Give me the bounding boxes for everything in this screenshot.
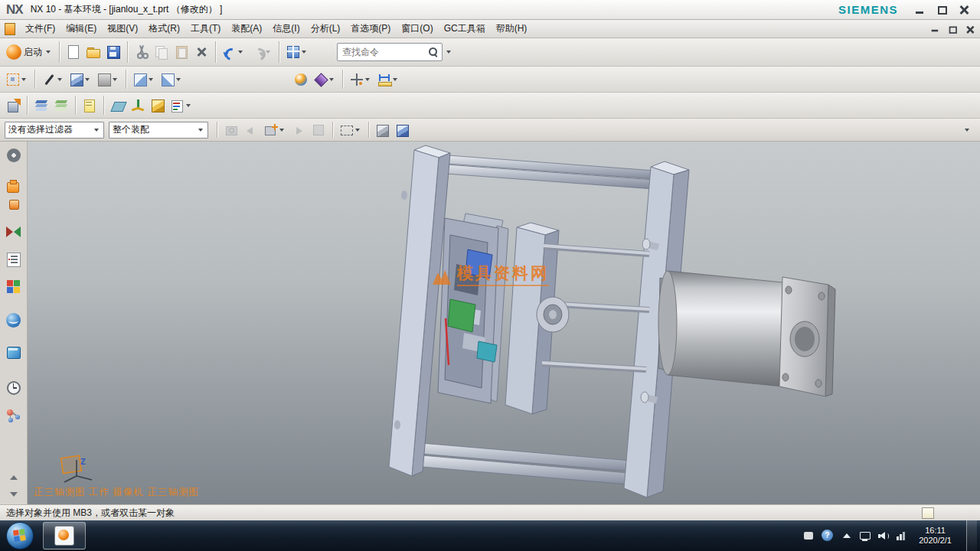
datum-plane-button[interactable] <box>109 95 127 116</box>
measure-button[interactable] <box>375 69 401 90</box>
history-list-icon[interactable] <box>6 252 21 267</box>
view-orient-front-button[interactable] <box>131 69 157 90</box>
palette-grid-icon[interactable] <box>6 279 21 295</box>
status-note-icon[interactable] <box>922 507 934 519</box>
window-layout-button[interactable] <box>284 41 310 63</box>
role-advanced-icon[interactable] <box>6 180 21 195</box>
window-maximize-button[interactable] <box>937 5 947 15</box>
paste-clipboard-icon <box>175 45 188 59</box>
rectangle-select-button[interactable] <box>338 119 364 141</box>
start-orb-button[interactable] <box>6 522 34 549</box>
display-tray-icon[interactable] <box>859 530 871 541</box>
annotation-icon <box>171 99 185 112</box>
toolbar-separator <box>342 70 343 89</box>
sidebar-scroll-icons[interactable] <box>6 474 21 500</box>
open-button[interactable] <box>84 41 103 63</box>
redo-button[interactable] <box>248 41 274 63</box>
menu-window[interactable]: 窗口(O) <box>396 20 438 37</box>
shaded-view-button[interactable] <box>95 69 121 90</box>
work-part-cube-button[interactable] <box>394 119 412 141</box>
toolbar-overflow-caret-icon[interactable] <box>965 129 969 132</box>
highlight-assembly-button[interactable] <box>374 119 392 141</box>
capture-button[interactable] <box>309 119 328 141</box>
menu-format[interactable]: 格式(R) <box>143 20 185 37</box>
move-object-icon <box>6 99 20 112</box>
network-icon[interactable] <box>896 530 907 541</box>
menu-view[interactable]: 视图(V) <box>102 20 143 37</box>
search-icon[interactable] <box>428 47 439 57</box>
finder-options-caret-icon[interactable] <box>446 51 451 54</box>
toolbar-separator <box>27 96 28 115</box>
paste-button[interactable] <box>172 41 191 63</box>
bowtie-icon[interactable] <box>6 224 21 240</box>
annotation-button[interactable] <box>168 95 194 116</box>
start-button[interactable]: 启动 <box>4 41 54 63</box>
window-close-button[interactable] <box>959 5 969 15</box>
cut-button[interactable] <box>132 41 151 63</box>
document-icon <box>5 23 15 35</box>
delete-button[interactable] <box>192 41 211 63</box>
show-desktop-button[interactable] <box>966 520 977 551</box>
undo-button[interactable] <box>220 41 247 63</box>
datum-csys-button[interactable] <box>129 95 147 116</box>
layer-category-button[interactable] <box>52 95 70 116</box>
wcs-triad: Z <box>58 452 122 488</box>
menu-assemblies[interactable]: 装配(A) <box>226 20 267 37</box>
selection-filter-dropdown[interactable]: 没有选择过滤器 <box>5 122 104 139</box>
layer-settings-button[interactable] <box>32 95 51 116</box>
snap-cross-icon <box>350 73 364 86</box>
add-snapshot-button[interactable] <box>262 119 288 141</box>
menu-analysis[interactable]: 分析(L) <box>305 20 346 37</box>
toolbar-separator <box>217 122 217 138</box>
doc-close-button[interactable] <box>966 25 973 32</box>
view-orient-iso-button[interactable] <box>158 69 185 90</box>
doc-minimize-button[interactable] <box>931 25 938 32</box>
rendering-style-button[interactable] <box>40 69 66 90</box>
prev-selection-button[interactable] <box>242 119 260 141</box>
new-file-button[interactable] <box>64 41 83 63</box>
input-indicator-icon[interactable] <box>803 530 815 541</box>
volume-icon[interactable] <box>877 530 889 541</box>
selection-scope-dropdown[interactable]: 整个装配 <box>109 122 208 139</box>
prev-arrow-icon <box>244 123 258 137</box>
menu-gc-toolbox[interactable]: GC工具箱 <box>439 20 491 37</box>
wcs-orient-button[interactable] <box>149 95 167 116</box>
viewport[interactable]: 模具资料网 Z 正三轴测图 工作 摄像机 正三轴测图 <box>28 142 980 504</box>
window-display-icon[interactable] <box>6 345 21 360</box>
window-minimize-button[interactable] <box>915 5 925 15</box>
roles-gear-icon[interactable] <box>6 148 21 163</box>
command-finder-input[interactable] <box>341 46 428 58</box>
cut-scissors-icon <box>135 45 149 59</box>
save-button[interactable] <box>104 41 122 63</box>
assembly-molecule-icon[interactable] <box>6 408 21 423</box>
snap-point-button[interactable] <box>348 69 374 90</box>
menu-information[interactable]: 信息(I) <box>267 20 305 37</box>
menu-file[interactable]: 文件(F) <box>20 20 60 37</box>
copy-button[interactable] <box>152 41 171 63</box>
visualization-button[interactable] <box>312 69 338 90</box>
windows-flag-icon <box>13 529 27 543</box>
role-essentials-icon[interactable] <box>6 198 21 214</box>
snapshot-button[interactable] <box>222 119 240 141</box>
help-tray-icon[interactable]: ? <box>822 530 834 542</box>
orient-view-button[interactable] <box>4 69 30 90</box>
nx-taskbar-button[interactable] <box>43 522 86 549</box>
next-selection-button[interactable] <box>289 119 308 141</box>
menu-tools[interactable]: 工具(T) <box>185 20 226 37</box>
move-object-button[interactable] <box>4 95 22 116</box>
display-cube-button[interactable] <box>67 69 93 90</box>
true-shading-button[interactable] <box>292 69 310 90</box>
tray-date: 2020/2/1 <box>919 536 952 546</box>
taskbar-clock[interactable]: 16:11 2020/2/1 <box>919 526 952 546</box>
web-browser-icon[interactable] <box>6 313 21 328</box>
information-button[interactable] <box>80 95 99 116</box>
doc-restore-button[interactable] <box>949 25 956 32</box>
open-folder-icon <box>87 45 100 59</box>
window-grid-icon <box>286 45 300 59</box>
history-clock-icon[interactable] <box>6 380 21 396</box>
menu-help[interactable]: 帮助(H) <box>491 20 533 37</box>
menu-preferences[interactable]: 首选项(P) <box>345 20 396 37</box>
axis-z-label: Z <box>80 457 86 466</box>
hidden-icons-arrow-icon[interactable] <box>841 530 852 541</box>
menu-edit[interactable]: 编辑(E) <box>60 20 102 37</box>
